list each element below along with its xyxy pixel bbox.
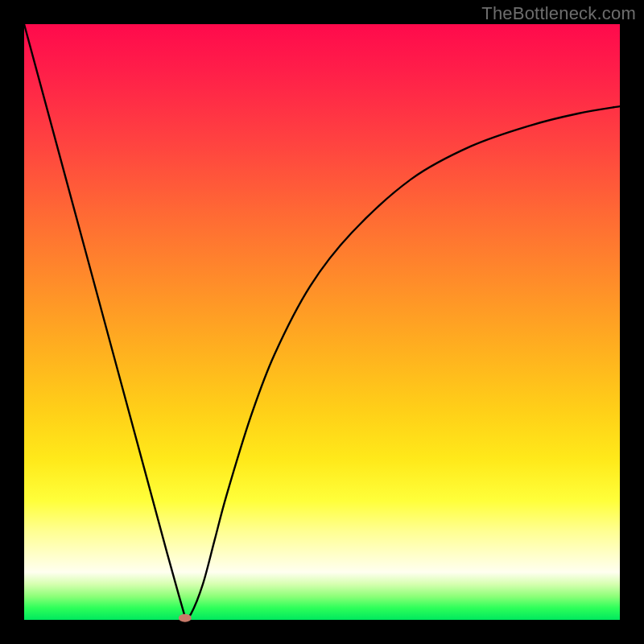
min-marker — [179, 614, 192, 622]
bottleneck-curve — [24, 24, 620, 617]
chart-frame: TheBottleneck.com — [0, 0, 644, 644]
curve-svg — [24, 24, 620, 620]
watermark-text: TheBottleneck.com — [481, 3, 636, 24]
plot-area — [24, 24, 620, 620]
